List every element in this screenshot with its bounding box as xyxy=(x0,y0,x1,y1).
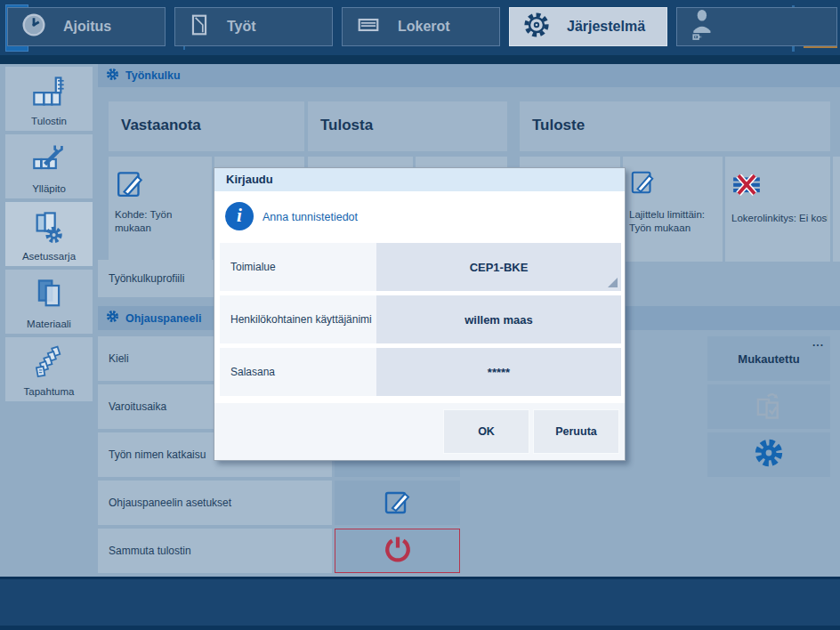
domain-value: CEP1-BKE xyxy=(470,261,529,274)
cancel-button[interactable]: Peruuta xyxy=(533,409,619,454)
tile-label: Kohde: Työn mukaan xyxy=(115,208,209,235)
system-settings-button[interactable] xyxy=(707,432,830,477)
row-label: Työn nimen katkaisu xyxy=(109,448,206,461)
dialog-message: Anna tunnistetiedot xyxy=(262,211,358,223)
tab-ajoitus[interactable]: Ajoitus xyxy=(7,7,166,46)
login-user-button[interactable] xyxy=(676,7,837,46)
column-header-tuloste: Tuloste xyxy=(520,101,830,151)
ok-button[interactable]: OK xyxy=(443,409,529,454)
info-icon: i xyxy=(225,202,254,230)
column-header-vastaanota: Vastaanota xyxy=(109,101,304,151)
workflow-section-header: Työnkulku xyxy=(98,64,840,87)
bottom-nav-bar xyxy=(0,577,840,626)
edit-icon xyxy=(384,487,412,519)
sidebar-item-yllapito[interactable]: Ylläpito xyxy=(5,134,93,198)
field-label-kayttajanimi: Henkilökohtainen käyttäjänimi xyxy=(220,295,376,343)
sidebar-item-label: Materiaali xyxy=(27,319,71,329)
tile-clipped xyxy=(833,157,840,262)
workflow-section-title: Työnkulku xyxy=(125,69,181,82)
password-field[interactable]: ***** xyxy=(376,348,621,396)
dropdown-corner-icon xyxy=(608,278,618,287)
tile-label: Lajittelu limittäin: Työn mukaan xyxy=(629,208,720,235)
row-sammuta-tulostin: Sammuta tulostin xyxy=(98,529,332,573)
tab-lokerot[interactable]: Lokerot xyxy=(342,7,500,46)
row-label: Työnkulkuprofiili xyxy=(109,272,184,285)
row-label: Kieli xyxy=(109,352,129,365)
sidebar-item-label: Ylläpito xyxy=(32,183,66,194)
sidebar-item-label: Tulostin xyxy=(31,116,67,126)
copy-verify-icon xyxy=(754,390,784,424)
trays-icon xyxy=(355,13,382,40)
gear-icon xyxy=(754,438,784,472)
document-icon xyxy=(188,12,211,41)
custom-label: Mukautettu xyxy=(738,352,799,366)
sidebar-item-label: Tapahtuma xyxy=(24,386,75,397)
gear-icon xyxy=(522,11,551,43)
printer-control-ui: Valmis Tulostin xyxy=(0,0,840,630)
clock-icon xyxy=(20,12,47,42)
username-field[interactable]: willem maas xyxy=(376,295,621,343)
maintenance-icon xyxy=(31,134,67,183)
password-value: ***** xyxy=(488,366,510,379)
edit-icon xyxy=(116,168,146,202)
sidebar-item-tapahtuma[interactable]: Tapahtuma xyxy=(5,337,93,401)
tab-label: Työt xyxy=(227,19,256,35)
row-label: Ohjauspaneelin asetukset xyxy=(109,497,231,509)
row-label: Sammuta tulostin xyxy=(109,545,191,557)
tab-label: Lokerot xyxy=(398,19,450,35)
events-icon xyxy=(31,337,67,386)
tile-kohde[interactable]: Kohde: Työn mukaan xyxy=(109,157,212,262)
sidebar-item-materiaali[interactable]: Materiaali xyxy=(5,270,93,334)
panel-settings-button[interactable] xyxy=(335,481,460,525)
sidebar-item-label: Asetussarja xyxy=(22,251,76,262)
row-label: Varoitusaika xyxy=(109,400,166,413)
dialog-footer: OK Peruuta xyxy=(214,403,625,460)
shutdown-button[interactable] xyxy=(335,529,460,573)
field-label-toimialue: Toimialue xyxy=(220,243,376,291)
control-panel-gear-icon xyxy=(106,310,119,327)
user-key-icon xyxy=(690,9,716,44)
workflow-gear-icon xyxy=(106,68,119,85)
field-label-salasana: Salasana xyxy=(220,348,376,396)
topbar-divider xyxy=(0,55,840,64)
tab-jarjestelma[interactable]: Järjestelmä xyxy=(509,7,667,46)
sidebar-item-tulostin[interactable]: Tulostin xyxy=(5,67,93,131)
tab-tyot[interactable]: Työt xyxy=(174,7,333,46)
tray-link-off-icon xyxy=(732,174,761,199)
more-indicator: ... xyxy=(812,336,824,349)
tile-label: Lokerolinkitys: Ei koskaan xyxy=(731,212,828,225)
tab-label: Järjestelmä xyxy=(567,19,645,35)
tile-lajittelu[interactable]: Lajittelu limittäin: Työn mukaan xyxy=(623,157,723,262)
tab-label: Ajoitus xyxy=(63,19,111,35)
control-panel-section-title: Ohjauspaneeli xyxy=(125,312,201,325)
row-ohjauspaneelin-asetukset: Ohjauspaneelin asetukset xyxy=(98,481,332,525)
dialog-title: Kirjaudu xyxy=(214,168,625,191)
settings-set-icon xyxy=(31,202,67,251)
edit-icon xyxy=(630,168,657,198)
domain-field[interactable]: CEP1-BKE xyxy=(376,243,621,291)
login-dialog: Kirjaudu i Anna tunnistetiedot Toimialue… xyxy=(214,167,626,461)
printer-icon xyxy=(31,67,67,116)
custom-setting-button[interactable]: ... Mukautettu xyxy=(707,336,830,381)
bottom-edge xyxy=(0,626,840,630)
copy-verify-button-disabled[interactable] xyxy=(707,384,830,429)
media-icon xyxy=(31,270,67,319)
tile-lokerolinkitys[interactable]: Lokerolinkitys: Ei koskaan xyxy=(725,157,830,262)
username-value: willem maas xyxy=(464,313,533,327)
sidebar-item-asetussarja[interactable]: Asetussarja xyxy=(5,202,93,266)
column-header-tulosta: Tulosta xyxy=(308,101,507,151)
power-icon xyxy=(383,534,413,568)
